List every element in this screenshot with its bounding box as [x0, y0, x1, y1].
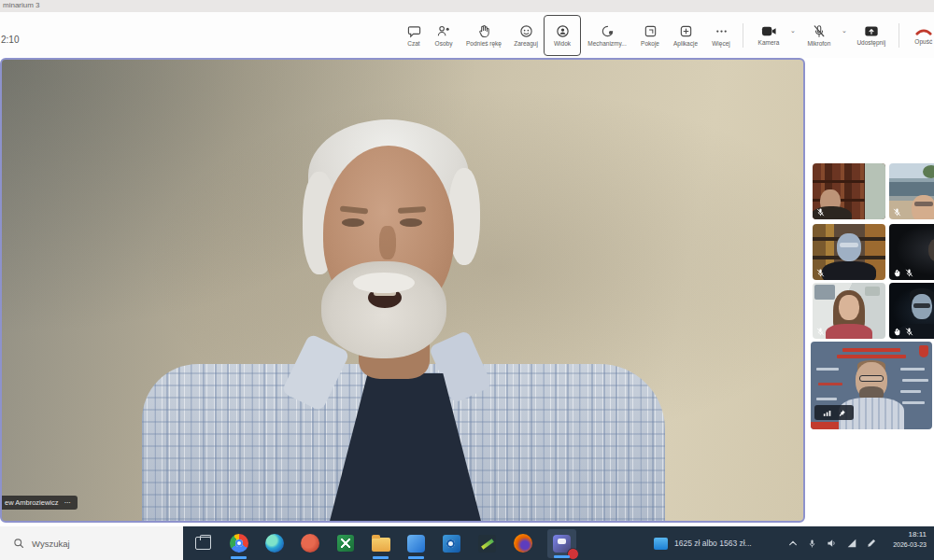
taskbar-search[interactable]: Wyszukaj	[0, 526, 183, 560]
meeting-timer: 2:10	[1, 35, 19, 45]
participant-tile-blue-light-man[interactable]	[889, 283, 934, 339]
apps-button[interactable]: Aplikacje	[667, 17, 704, 54]
slide-text-bar	[816, 368, 839, 371]
participant-tile-presenter-slide[interactable]	[811, 342, 932, 429]
participant-head	[837, 233, 861, 261]
participant-tile-glasses-man[interactable]	[813, 224, 885, 280]
speaker-eye	[342, 218, 364, 227]
running-indicator	[408, 556, 424, 559]
signal-bars-icon	[823, 409, 832, 417]
outlook-button[interactable]	[441, 533, 462, 554]
slide-text-bar	[818, 383, 842, 385]
rooms-label: Pokoje	[641, 40, 659, 47]
slide-text-bar	[900, 390, 921, 393]
slide-title-bar	[837, 355, 906, 358]
pin-icon	[838, 409, 846, 417]
clock-date: 2026-03-23	[893, 540, 927, 549]
outlook-icon	[443, 535, 460, 553]
mic-button[interactable]: Mikrofon	[798, 17, 841, 54]
tray-speaker-icon[interactable]	[827, 539, 837, 548]
apps-icon	[679, 24, 693, 38]
firefox-icon	[514, 534, 532, 553]
participant-glasses	[840, 243, 858, 247]
teams-meeting-window: minarium 3 2:10 Czat Osoby Podnieś rękę …	[0, 0, 934, 560]
chat-button[interactable]: Czat	[400, 17, 428, 54]
mic-muted-badge	[816, 328, 825, 336]
camera-chevron-icon[interactable]: ⌄	[790, 27, 796, 35]
participant-name-pill[interactable]: ew Ambroziewicz ⋯	[0, 496, 78, 510]
speaker-nose	[379, 226, 396, 259]
tray-mic-icon[interactable]	[808, 539, 816, 549]
clock-time: 18:11	[893, 530, 927, 540]
chat-icon	[407, 24, 421, 38]
mic-muted-icon	[813, 24, 826, 38]
mic-chevron-icon[interactable]: ⌄	[842, 27, 847, 35]
toolbar-divider	[743, 23, 743, 48]
running-indicator	[373, 556, 389, 559]
slide-text-bar	[902, 401, 925, 404]
slide-text-bar	[816, 398, 837, 400]
participant-head	[912, 195, 934, 219]
tray-network-icon[interactable]	[847, 539, 856, 548]
hangup-icon	[915, 27, 932, 36]
breakout-button[interactable]: Mechanizmy...	[581, 17, 633, 54]
green-app-button[interactable]	[476, 533, 498, 554]
widget-icon	[654, 538, 668, 550]
participant-tile-bookshelf-man[interactable]	[813, 163, 885, 219]
news-widget[interactable]: 1625 zł albo 1563 zł...	[654, 526, 752, 560]
task-view-button[interactable]	[192, 533, 214, 554]
excel-button[interactable]	[334, 533, 356, 554]
main-video-tile[interactable]: ew Ambroziewicz ⋯	[0, 58, 805, 523]
participant-head	[928, 239, 934, 261]
search-icon	[13, 538, 24, 549]
scene-tree	[923, 165, 934, 178]
taskbar-app-icons	[185, 526, 576, 560]
react-button[interactable]: Zareaguj	[508, 17, 544, 54]
people-button[interactable]: Osoby	[428, 17, 460, 54]
chat-label: Czat	[407, 40, 419, 47]
notification-badge	[567, 548, 579, 560]
share-button[interactable]: Udostępnij	[849, 17, 894, 54]
running-indicator	[554, 555, 570, 558]
participant-more-icon[interactable]: ⋯	[64, 498, 72, 507]
tray-chevron-up-icon[interactable]	[788, 539, 798, 547]
mic-muted-badge-icon	[905, 328, 913, 336]
system-tray	[788, 526, 876, 560]
file-explorer-button[interactable]	[370, 533, 391, 554]
taskbar-clock[interactable]: 18:11 2026-03-23	[893, 530, 927, 549]
participant-body	[822, 261, 876, 280]
tray-pen-icon[interactable]	[867, 539, 876, 548]
windows-taskbar: Wyszukaj 1625 zł albo 1563 zł...	[0, 526, 934, 560]
view-button[interactable]: Widok	[544, 15, 581, 56]
firefox-button[interactable]	[512, 533, 533, 554]
running-indicator	[231, 556, 247, 559]
edge-button[interactable]	[263, 533, 285, 554]
mic-muted-badge-icon	[905, 269, 913, 277]
raise-hand-button[interactable]: Podnieś rękę	[460, 17, 508, 54]
people-label: Osoby	[435, 40, 453, 47]
breakout-icon	[601, 24, 615, 38]
toolbar-buttons-row: Czat Osoby Podnieś rękę Zareaguj Widok M	[400, 16, 934, 55]
slide-text-bar	[900, 368, 925, 371]
react-label: Zareaguj	[514, 40, 538, 47]
meeting-toolbar: 2:10 Czat Osoby Podnieś rękę Zareaguj Wi…	[0, 12, 934, 58]
participant-body	[826, 324, 872, 339]
raise-hand-label: Podnieś rękę	[466, 40, 502, 47]
mic-muted-badge	[816, 269, 825, 277]
search-placeholder: Wyszukaj	[32, 539, 70, 549]
toolbar-divider	[899, 23, 899, 48]
leave-button[interactable]: Opuść	[904, 17, 934, 54]
participant-tile-young-woman[interactable]	[813, 283, 885, 339]
participant-tile-beach[interactable]	[889, 163, 934, 219]
participant-tile-dark-room[interactable]	[889, 224, 934, 280]
teams-button[interactable]	[547, 529, 576, 558]
speaker-mustache	[353, 273, 415, 293]
powerpoint-button[interactable]	[299, 533, 320, 554]
camera-button[interactable]: Kamera	[748, 17, 789, 54]
mic-label: Mikrofon	[807, 40, 830, 47]
blue-app-button[interactable]	[405, 533, 427, 554]
more-button[interactable]: Więcej	[704, 17, 738, 54]
rooms-button[interactable]: Pokoje	[633, 17, 667, 54]
chrome-button[interactable]	[228, 533, 249, 554]
meeting-title: minarium 3	[3, 1, 40, 9]
